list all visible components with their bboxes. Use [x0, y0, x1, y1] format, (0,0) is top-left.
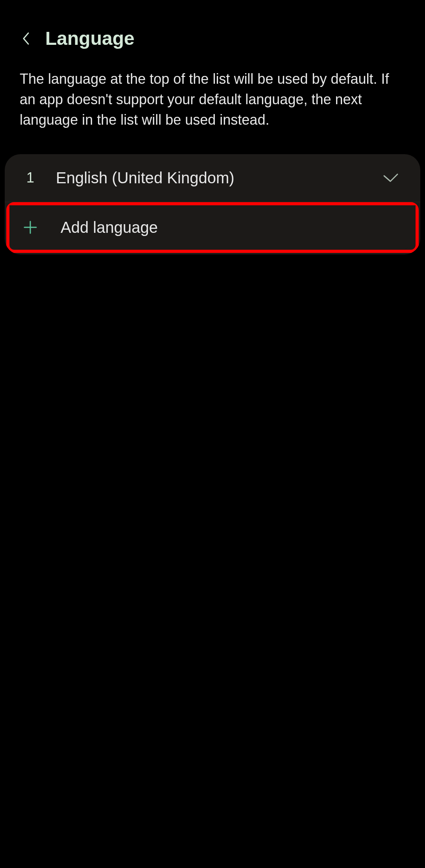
plus-icon	[23, 220, 38, 235]
add-language-button[interactable]: Add language	[9, 205, 416, 250]
description-text: The language at the top of the list will…	[0, 61, 425, 146]
language-list: 1 English (United Kingdom) Add language	[5, 154, 420, 254]
language-row[interactable]: 1 English (United Kingdom)	[5, 154, 420, 202]
check-icon	[381, 172, 401, 184]
language-name: English (United Kingdom)	[56, 169, 381, 187]
back-icon[interactable]	[20, 31, 31, 46]
add-language-highlight: Add language	[6, 202, 419, 253]
header: Language	[0, 0, 425, 61]
add-language-label: Add language	[61, 219, 158, 236]
page-title: Language	[45, 28, 135, 49]
language-index: 1	[24, 170, 36, 186]
